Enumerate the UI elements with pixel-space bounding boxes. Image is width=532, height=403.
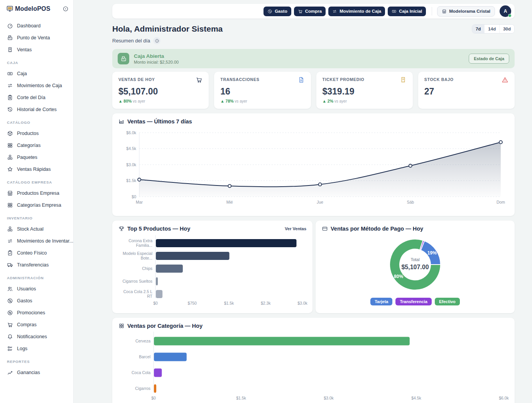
payment-methods-chart: 80%19%Total$5,107.00 [320,234,510,297]
legend-tarjeta[interactable]: Tarjeta [370,298,392,305]
sidebar-item-stock-actual[interactable]: Stock Actual [6,224,69,234]
topbar-quick-actions: GastoCompraMovimiento de CajaCaja Inicia… [261,7,426,16]
view-sales-link[interactable]: Ver Ventas [285,226,306,231]
svg-text:$1.5k: $1.5k [236,396,246,400]
monitor-icon [6,5,14,12]
sidebar-item-label: Movimientos de Caja [17,83,62,88]
svg-text:Cigarros Sueltos: Cigarros Sueltos [122,279,152,283]
online-status-dot [508,14,512,17]
sidebar-item-gastos[interactable]: Gastos [6,296,69,306]
bar-coca-cola [154,369,162,377]
sidebar-item-paquetes[interactable]: Paquetes [6,152,69,162]
boxes-icon [7,226,13,232]
gasto-button[interactable]: Gasto [263,7,291,16]
sidebar-item-corte-del-dia[interactable]: Corte del Día [6,93,69,103]
payment-methods-header: Ventas por Método de Pago — Hoy [320,224,510,234]
sidebar-item-label: Punto de Venta [17,35,50,40]
app-root: ModeloPOS DashboardPunto de VentaVentasC… [0,0,532,403]
sidebar-item-ventas[interactable]: Ventas [6,45,69,55]
sidebar-item-caja[interactable]: Caja [6,69,69,79]
sidebar-item-productos[interactable]: Productos [6,128,69,138]
caja-inicial-button[interactable]: Caja Inicial [388,7,426,16]
sidebar-item-transferencias[interactable]: Transferencias [6,260,69,270]
top-products-chart: Corona ExtraFamilia...Modelo EspecialBot… [117,234,308,312]
payment-methods-title: Ventas por Método de Pago — Hoy [331,226,423,232]
banknote-icon [7,71,13,77]
file-icon [298,76,305,83]
banknote-icon [392,9,397,14]
users-icon [7,286,13,292]
store-selector-label: Modelorama Cristal [449,9,490,13]
sidebar-item-label: Categorías [17,143,41,148]
sidebar-item-promociones[interactable]: Promociones [6,308,69,318]
sidebar-item-label: Transferencias [17,262,49,268]
svg-text:80%: 80% [394,274,403,279]
trophy-icon [118,226,125,232]
sidebar-item-movimientos-de-caja[interactable]: Movimientos de Caja [6,81,69,91]
info-button[interactable] [153,37,160,44]
register-icon [7,35,13,41]
sidebar-item-label: Compras [17,322,37,327]
money-off-icon [7,298,13,304]
range-14d-button[interactable]: 14d [484,25,499,33]
sidebar-nav: DashboardPunto de VentaVentasCAJACajaMov… [6,21,69,378]
legend-transferencia[interactable]: Transferencia [395,298,432,305]
topbar: GastoCompraMovimiento de CajaCaja Inicia… [112,4,515,19]
svg-text:Cigarros: Cigarros [135,386,150,391]
sidebar-item-conteo-fisico[interactable]: Conteo Físico [6,248,69,258]
sidebar-item-logs[interactable]: Logs [6,344,69,354]
sidebar-collapse-button[interactable] [62,6,69,12]
sidebar-item-categorias-empresa[interactable]: Categorías Empresa [6,200,69,210]
clipboard-check-icon [7,250,13,256]
cash-open-banner: Caja Abierta Monto inicial: $2,520.00 Es… [112,49,515,68]
sidebar-item-historial-de-cortes[interactable]: Historial de Cortes [6,105,69,115]
sidebar-item-categorias[interactable]: Categorías [6,140,69,150]
svg-text:Sáb: Sáb [407,200,414,204]
sidebar-item-productos-empresa[interactable]: Productos Empresa [6,188,69,198]
sidebar-section-inventario: INVENTARIO [7,216,69,220]
sidebar-item-compras[interactable]: Compras [6,320,69,330]
compra-button[interactable]: Compra [294,7,326,16]
sidebar-item-usuarios[interactable]: Usuarios [6,284,69,294]
sidebar-item-notificaciones[interactable]: Notificaciones [6,332,69,342]
sidebar-item-label: Movimientos de Inventar... [17,238,73,244]
sidebar-item-dashboard[interactable]: Dashboard [6,21,69,31]
sidebar: ModeloPOS DashboardPunto de VentaVentasC… [0,0,74,403]
sidebar-item-label: Categorías Empresa [17,202,61,208]
bar-cerveza [154,337,410,346]
sidebar-item-ventas-rapidas[interactable]: Ventas Rápidas [6,164,69,174]
user-avatar[interactable]: A [500,5,511,17]
list-grid-icon [7,346,13,352]
cash-status-button[interactable]: Estado de Caja [469,54,509,64]
stat-value: $319.19 [323,86,407,97]
sidebar-item-label: Usuarios [17,286,36,292]
sidebar-item-ganancias[interactable]: Ganancias [6,368,69,378]
category-sales-header: Ventas por Categoría — Hoy [117,322,510,331]
movimiento-de-caja-button[interactable]: Movimiento de Caja [328,7,385,16]
page-subtitle: Resumen del día [112,38,150,44]
bar-cigarros [154,384,156,393]
store-selector-button[interactable]: Modelorama Cristal [437,6,495,17]
sidebar-item-punto-de-venta[interactable]: Punto de Venta [6,33,69,43]
sales-week-chart: $0$1.5k$3.0k$4.5k$6.0kMarMiéJueSábDom [117,126,510,212]
svg-text:Jue: Jue [317,200,323,204]
sidebar-item-label: Gastos [17,298,32,304]
svg-text:$3.0k: $3.0k [324,396,334,400]
main-content: GastoCompraMovimiento de CajaCaja Inicia… [74,0,532,403]
arrows-lr-icon [332,9,337,14]
register-icon [120,56,127,62]
legend-efectivo[interactable]: Efectivo [435,298,460,305]
range-7d-button[interactable]: 7d [472,25,484,33]
svg-text:$5,107.00: $5,107.00 [401,264,429,270]
sidebar-item-movimientos-de-inventar[interactable]: Movimientos de Inventar... [6,236,69,246]
sidebar-item-label: Ventas [17,47,32,52]
cart-icon [7,322,13,328]
range-30d-button[interactable]: 30d [499,25,514,33]
cart-icon [196,76,203,83]
stat-card-ventas-de-hoy: VENTAS DE HOY$5,107.00▲ 80% vs ayer [112,72,209,109]
sidebar-item-label: Conteo Físico [17,250,47,256]
banner-subtitle: Monto inicial: $2,520.00 [134,60,179,64]
monitor-icon [6,5,14,12]
truck-icon [7,262,13,268]
svg-text:$4.5k: $4.5k [126,146,136,151]
